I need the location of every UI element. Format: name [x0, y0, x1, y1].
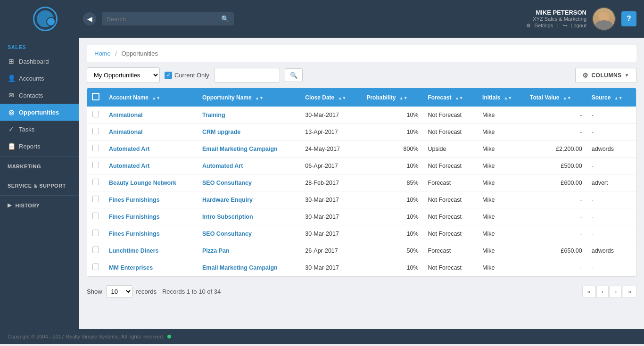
prev-page-button[interactable]: ‹: [596, 286, 609, 298]
row-checkbox-cell[interactable]: [87, 157, 104, 174]
cell-initials: Mike: [478, 174, 525, 191]
row-checkbox-cell[interactable]: [87, 191, 104, 208]
table-search-input[interactable]: [214, 68, 280, 82]
records-label: records: [136, 288, 157, 295]
row-checkbox-cell[interactable]: [87, 107, 104, 124]
cell-initials: Mike: [478, 124, 525, 140]
account-link[interactable]: Lunchtime Diners: [109, 247, 159, 254]
cell-account: Fines Furnishings: [104, 225, 198, 242]
row-checkbox-cell[interactable]: [87, 208, 104, 225]
cell-total-value: £500.00: [525, 157, 587, 174]
th-source[interactable]: Source ▲▼: [587, 88, 636, 107]
per-page-select[interactable]: 10 25 50 100: [106, 285, 132, 298]
next-page-button[interactable]: ›: [610, 286, 622, 298]
cell-account: Fines Furnishings: [104, 208, 198, 225]
account-link[interactable]: Animational: [109, 112, 143, 118]
cell-total-value: -: [525, 124, 587, 140]
current-only-checkbox-checked[interactable]: ✓: [165, 72, 172, 79]
account-link[interactable]: Fines Furnishings: [109, 231, 160, 237]
sidebar-history-section[interactable]: ▶ HISTORY: [0, 198, 79, 213]
columns-button[interactable]: ⚙ COLUMNS ▼: [575, 68, 636, 83]
row-checkbox[interactable]: [92, 230, 99, 236]
search-input[interactable]: [107, 16, 221, 23]
th-total-value[interactable]: Total Value ▲▼: [525, 88, 587, 107]
cell-close-date: 26-Apr-2017: [300, 242, 362, 259]
sidebar-item-contacts[interactable]: ✉ Contacts: [0, 87, 79, 104]
pagination-bar: Show 10 25 50 100 records Records 1 to 1…: [87, 282, 636, 301]
th-opportunity-name[interactable]: Opportunity Name ▲▼: [198, 88, 300, 107]
sort-icon-opp: ▲▼: [255, 96, 264, 100]
account-link[interactable]: Beauty Lounge Network: [109, 180, 176, 186]
account-link[interactable]: Automated Art: [109, 146, 149, 152]
sidebar-item-accounts[interactable]: 👤 Accounts: [0, 70, 79, 87]
cell-close-date: 30-Mar-2017: [300, 225, 362, 242]
row-checkbox-cell[interactable]: [87, 174, 104, 191]
cell-probability: 10%: [362, 208, 423, 225]
search-submit-button[interactable]: 🔍: [221, 15, 229, 23]
opportunity-link[interactable]: Email Marketing Campaign: [202, 146, 278, 152]
sidebar-item-reports[interactable]: 📋 Reports: [0, 138, 79, 155]
table-search-button[interactable]: 🔍: [285, 68, 303, 82]
cell-account: Beauty Lounge Network: [104, 174, 198, 191]
sidebar-marketing-section[interactable]: MARKETING: [0, 159, 79, 174]
row-checkbox[interactable]: [92, 264, 99, 270]
table-wrapper: Account Name ▲▼ Opportunity Name ▲▼ Clos…: [87, 88, 636, 277]
last-page-button[interactable]: »: [623, 286, 636, 298]
th-checkbox[interactable]: [87, 88, 104, 107]
cell-opportunity: Training: [198, 107, 300, 124]
opportunity-link[interactable]: Hardware Enquiry: [202, 197, 253, 203]
row-checkbox[interactable]: [92, 247, 99, 253]
opportunity-link[interactable]: SEO Consultancy: [202, 180, 252, 186]
row-checkbox-cell[interactable]: [87, 259, 104, 276]
row-checkbox[interactable]: [92, 162, 99, 168]
row-checkbox[interactable]: [92, 145, 99, 151]
account-link[interactable]: Fines Furnishings: [109, 197, 160, 203]
opportunity-link[interactable]: Email Marketing Campaign: [202, 264, 278, 271]
filter-dropdown[interactable]: My Opportunities All Opportunities Open …: [87, 68, 159, 82]
opportunity-link[interactable]: SEO Consultancy: [202, 231, 252, 237]
account-link[interactable]: MM Enterprises: [109, 264, 153, 271]
account-link[interactable]: Fines Furnishings: [109, 214, 160, 220]
sort-icon-initials: ▲▼: [504, 96, 512, 100]
opportunity-link[interactable]: Intro Subscription: [202, 214, 253, 220]
row-checkbox[interactable]: [92, 111, 99, 117]
opportunity-link[interactable]: CRM upgrade: [202, 129, 240, 135]
cell-initials: Mike: [478, 242, 525, 259]
th-initials[interactable]: Initials ▲▼: [478, 88, 525, 107]
opportunity-link[interactable]: Training: [202, 112, 225, 118]
first-page-button[interactable]: «: [582, 286, 596, 298]
header-checkbox[interactable]: [92, 93, 99, 100]
th-forecast[interactable]: Forecast ▲▼: [423, 88, 478, 107]
sidebar-service-section[interactable]: SERVICE & SUPPORT: [0, 178, 79, 193]
sidebar-item-dashboard[interactable]: ⊞ Dashboard: [0, 53, 79, 70]
logout-link[interactable]: Logout: [570, 23, 586, 28]
help-button[interactable]: ?: [621, 11, 636, 26]
sidebar-item-opportunities[interactable]: ◎ Opportunities: [0, 104, 79, 121]
cell-account: Animational: [104, 107, 198, 124]
account-link[interactable]: Animational: [109, 129, 143, 135]
row-checkbox[interactable]: [92, 179, 99, 185]
current-only-label[interactable]: ✓ Current Only: [165, 72, 209, 79]
cell-close-date: 30-Mar-2017: [300, 107, 362, 124]
avatar: [592, 7, 616, 31]
row-checkbox[interactable]: [92, 196, 99, 202]
row-checkbox[interactable]: [92, 128, 99, 134]
opportunity-link[interactable]: Pizza Pan: [202, 247, 230, 254]
sidebar-item-tasks[interactable]: ✓ Tasks: [0, 121, 79, 138]
th-account-name[interactable]: Account Name ▲▼: [104, 88, 198, 107]
opportunity-link[interactable]: Automated Art: [202, 163, 243, 169]
contacts-icon: ✉: [8, 91, 15, 99]
row-checkbox-cell[interactable]: [87, 140, 104, 157]
sort-icon-source: ▲▼: [614, 96, 623, 100]
cell-probability: 10%: [362, 157, 423, 174]
account-link[interactable]: Automated Art: [109, 163, 149, 169]
nav-toggle-button[interactable]: ◀: [83, 12, 96, 25]
breadcrumb-home[interactable]: Home: [94, 50, 111, 57]
th-probability[interactable]: Probability ▲▼: [362, 88, 423, 107]
row-checkbox[interactable]: [92, 213, 99, 219]
row-checkbox-cell[interactable]: [87, 225, 104, 242]
th-close-date[interactable]: Close Date ▲▼: [300, 88, 362, 107]
row-checkbox-cell[interactable]: [87, 242, 104, 259]
row-checkbox-cell[interactable]: [87, 124, 104, 140]
settings-link[interactable]: Settings: [535, 23, 553, 28]
